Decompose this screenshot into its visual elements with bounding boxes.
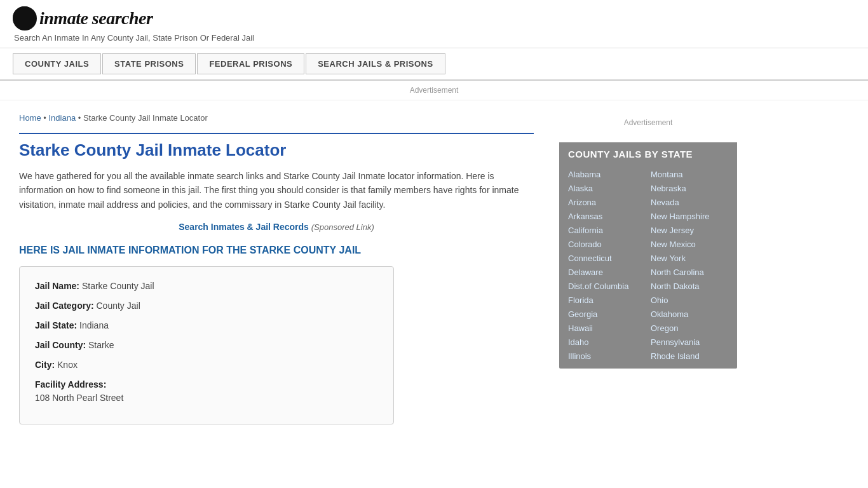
page-title: Starke County Jail Inmate Locator (19, 133, 534, 160)
jail-county-value: Starke (88, 340, 114, 350)
breadcrumb-home[interactable]: Home (19, 113, 41, 123)
state-left-9[interactable]: Florida (568, 294, 648, 306)
jail-category-value: County Jail (96, 301, 140, 311)
county-jails-by-state: COUNTY JAILS BY STATE AlabamaMontanaAlas… (559, 142, 737, 369)
state-right-10[interactable]: Oklahoma (651, 308, 731, 320)
sponsored-link[interactable]: Search Inmates & Jail Records (179, 222, 309, 232)
main-container: Home • Indiana • Starke County Jail Inma… (0, 107, 868, 437)
state-box-title: COUNTY JAILS BY STATE (559, 142, 737, 166)
state-right-0[interactable]: Montana (651, 168, 731, 180)
state-left-10[interactable]: Georgia (568, 308, 648, 320)
state-left-3[interactable]: Arkansas (568, 210, 648, 222)
jail-info-card: Jail Name: Starke County Jail Jail Categ… (19, 266, 394, 424)
jail-category-row: Jail Category: County Jail (35, 299, 378, 313)
state-right-9[interactable]: Ohio (651, 294, 731, 306)
federal-prisons-button[interactable]: FEDERAL PRISONS (197, 53, 304, 74)
jail-county-row: Jail County: Starke (35, 339, 378, 352)
state-left-1[interactable]: Alaska (568, 182, 648, 194)
state-right-12[interactable]: Pennsylvania (651, 336, 731, 348)
jail-info-heading: HERE IS JAIL INMATE INFORMATION FOR THE … (19, 245, 534, 256)
logo-area: 🔍 inmate searcher (13, 6, 855, 30)
state-left-2[interactable]: Arizona (568, 196, 648, 208)
jail-name-label: Jail Name: (35, 281, 79, 291)
state-left-5[interactable]: Colorado (568, 238, 648, 250)
state-left-8[interactable]: Dist.of Columbia (568, 280, 648, 292)
state-right-5[interactable]: New Mexico (651, 238, 731, 250)
state-right-7[interactable]: North Carolina (651, 266, 731, 278)
jail-name-value: Starke County Jail (82, 281, 154, 291)
sidebar: Advertisement COUNTY JAILS BY STATE Alab… (553, 107, 743, 437)
jail-city-value: Knox (57, 360, 78, 370)
sidebar-ad: Advertisement (559, 113, 737, 132)
state-left-0[interactable]: Alabama (568, 168, 648, 180)
state-left-4[interactable]: California (568, 224, 648, 236)
state-right-2[interactable]: Nevada (651, 196, 731, 208)
page-description: We have gathered for you all the availab… (19, 169, 534, 212)
state-left-12[interactable]: Idaho (568, 336, 648, 348)
state-left-11[interactable]: Hawaii (568, 322, 648, 334)
header: 🔍 inmate searcher Search An Inmate In An… (0, 0, 868, 48)
state-left-6[interactable]: Connecticut (568, 252, 648, 264)
jail-state-row: Jail State: Indiana (35, 319, 378, 332)
state-right-11[interactable]: Oregon (651, 322, 731, 334)
top-ad-banner: Advertisement (0, 81, 868, 100)
jail-category-label: Jail Category: (35, 301, 94, 311)
state-right-1[interactable]: Nebraska (651, 182, 731, 194)
jail-county-label: Jail County: (35, 340, 86, 350)
sponsored-link-area: Search Inmates & Jail Records (Sponsored… (19, 222, 534, 232)
search-jails-button[interactable]: SEARCH JAILS & PRISONS (306, 53, 445, 74)
jail-city-row: City: Knox (35, 358, 378, 372)
jail-city-label: City: (35, 360, 55, 370)
nav-bar: COUNTY JAILS STATE PRISONS FEDERAL PRISO… (0, 48, 868, 81)
state-right-6[interactable]: New York (651, 252, 731, 264)
county-jails-button[interactable]: COUNTY JAILS (13, 53, 101, 74)
jail-name-row: Jail Name: Starke County Jail (35, 280, 378, 293)
logo-circle-icon (13, 6, 36, 29)
breadcrumb: Home • Indiana • Starke County Jail Inma… (19, 113, 534, 123)
state-prisons-button[interactable]: STATE PRISONS (102, 53, 196, 74)
jail-address-label: Facility Address: (35, 379, 106, 390)
state-left-13[interactable]: Illinois (568, 350, 648, 362)
jail-address-row: Facility Address: 108 North Pearl Street (35, 378, 378, 405)
state-grid: AlabamaMontanaAlaskaNebraskaArizonaNevad… (559, 166, 737, 369)
sponsored-label: (Sponsored Link) (311, 222, 374, 232)
jail-state-value: Indiana (79, 320, 109, 330)
state-right-4[interactable]: New Jersey (651, 224, 731, 236)
jail-address-value: 108 North Pearl Street (35, 393, 123, 403)
breadcrumb-state[interactable]: Indiana (48, 113, 76, 123)
state-right-3[interactable]: New Hampshire (651, 210, 731, 222)
logo-brand-text: inmate searcher (39, 8, 153, 29)
state-right-8[interactable]: North Dakota (651, 280, 731, 292)
state-right-13[interactable]: Rhode Island (651, 350, 731, 362)
state-left-7[interactable]: Delaware (568, 266, 648, 278)
tagline: Search An Inmate In Any County Jail, Sta… (14, 33, 855, 43)
jail-state-label: Jail State: (35, 320, 77, 330)
breadcrumb-current: Starke County Jail Inmate Locator (83, 113, 208, 123)
main-content: Home • Indiana • Starke County Jail Inma… (0, 107, 553, 437)
